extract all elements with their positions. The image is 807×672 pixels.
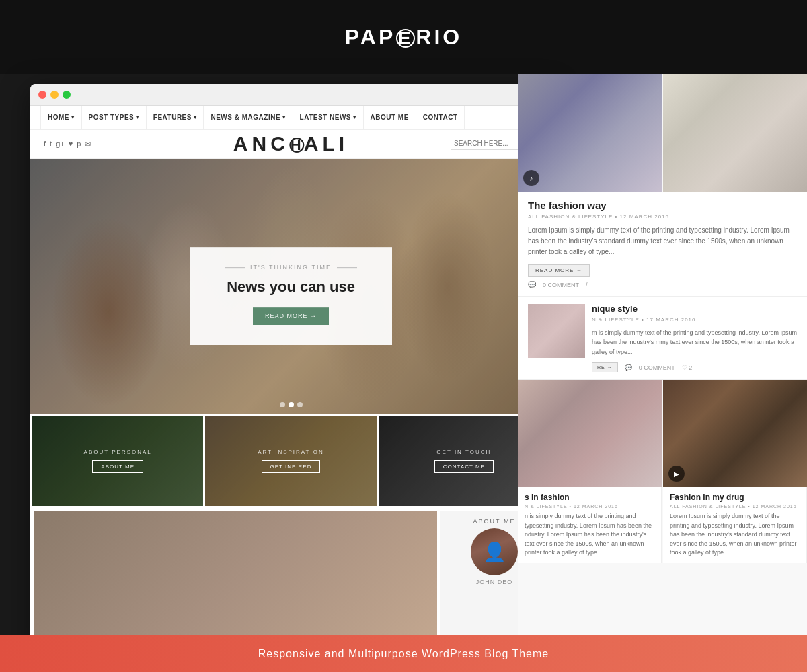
- side-read-more[interactable]: RE →: [592, 362, 618, 372]
- side-article-text: m is simply dummy text of the printing a…: [592, 328, 797, 357]
- nav-news-magazine[interactable]: NEWS & MAGAZINE ▾: [204, 106, 293, 130]
- box-overlay-1: ABOUT PERSONAL ABOUT ME: [32, 416, 203, 506]
- nav-post-types-arrow: ▾: [136, 114, 139, 120]
- slider-dot-2[interactable]: [289, 402, 294, 407]
- nav-news-arrow: ▾: [282, 114, 286, 120]
- nav-home[interactable]: HOME ▾: [40, 106, 82, 130]
- footer-text: Responsive and Multipurpose WordPress Bl…: [258, 648, 549, 660]
- nav-about-me[interactable]: ABOUT ME: [364, 106, 416, 130]
- main-content: HOME ▾ POST TYPES ▾ FEATURES ▾ NEWS & MA…: [0, 74, 807, 672]
- article-title-1: The fashion way: [528, 200, 797, 211]
- side-article-unique-style: nique style N & LIFESTYLE • 17 MARCH 201…: [518, 297, 807, 380]
- box-label-2: ART INSPIRATION: [258, 449, 323, 455]
- three-boxes: ABOUT PERSONAL ABOUT ME ART INSPIRATION …: [30, 414, 551, 508]
- top-right-img-2: [663, 74, 807, 192]
- nav-features[interactable]: FEATURES ▾: [147, 106, 204, 130]
- slider-dot-3[interactable]: [297, 402, 303, 407]
- side-article-footer: RE → 💬 0 COMMENT ♡ 2: [592, 362, 797, 372]
- likes-1: /: [586, 282, 588, 288]
- social-google[interactable]: g+: [56, 140, 65, 149]
- article-image: [34, 511, 437, 648]
- bottom-right-img-2: ▶: [663, 380, 807, 487]
- small-article-drug: Fashion in my drug ALL FASHION & LIFESTY…: [663, 487, 807, 563]
- article-read-more-1[interactable]: READ MORE →: [528, 264, 590, 277]
- nav-home-arrow: ▾: [71, 114, 75, 120]
- small-article-meta-1: N & LIFESTYLE • 12 MARCH 2016: [525, 504, 654, 509]
- top-right-img-1: ♪: [518, 74, 662, 192]
- social-pinterest[interactable]: p: [77, 140, 81, 149]
- side-likes: ♡ 2: [682, 364, 693, 371]
- top-bar: PAPERIO: [0, 0, 807, 74]
- about-avatar: 👤: [471, 528, 518, 575]
- slider-dot-1[interactable]: [280, 402, 285, 407]
- site-header: f t g+ ♥ p ✉ ANCHALI 🔍: [30, 130, 551, 159]
- top-right-images: ♪: [518, 74, 807, 192]
- side-article-image: [528, 304, 585, 358]
- article-footer-1: 💬 0 COMMENT /: [528, 281, 797, 288]
- nav-contact[interactable]: CONTACT: [416, 106, 465, 130]
- small-article-text-1: n is simply dummy text of the printing a…: [525, 512, 654, 558]
- article-text-1: Lorem Ipsum is simply dummy text of the …: [528, 225, 797, 257]
- footer-bar: Responsive and Multipurpose WordPress Bl…: [0, 635, 807, 672]
- site-title: ANCHALI: [233, 132, 348, 155]
- search-input[interactable]: [451, 138, 525, 150]
- bottom-article: [34, 511, 437, 648]
- box-art-inspiration[interactable]: ART INSPIRATION GET INPIRED: [205, 416, 376, 506]
- nav-latest-news[interactable]: LATEST NEWS ▾: [293, 106, 364, 130]
- about-me-title: ABOUT ME: [473, 518, 516, 525]
- right-panel: ♪ The fashion way ALL FASHION & LIFESTYL…: [518, 74, 807, 638]
- box-btn-3[interactable]: CONTACT ME: [434, 460, 494, 473]
- hero-read-more-button[interactable]: READ MORE →: [253, 307, 329, 325]
- box-overlay-2: ART INSPIRATION GET INPIRED: [205, 416, 376, 506]
- browser-titlebar: [30, 84, 551, 106]
- comment-icon-1: 💬: [528, 281, 536, 288]
- play-icon: ▶: [668, 466, 685, 482]
- small-article-title-1: s in fashion: [525, 493, 654, 502]
- side-article-content: nique style N & LIFESTYLE • 17 MARCH 201…: [592, 304, 797, 372]
- img-bg-bike: [663, 74, 807, 192]
- hero-content-box: IT'S THINKING TIME News you can use READ…: [190, 247, 392, 345]
- hero-title: News you can use: [217, 278, 365, 297]
- bottom-right-images: ▶: [518, 380, 807, 487]
- side-comments: 0 COMMENT: [639, 364, 675, 371]
- browser-dot-yellow[interactable]: [50, 91, 59, 99]
- nav-post-types[interactable]: POST TYPES ▾: [82, 106, 147, 130]
- img-bg-shoes: [663, 380, 807, 487]
- bottom-right-img-1: [518, 380, 662, 487]
- social-mail[interactable]: ✉: [85, 140, 91, 149]
- browser-dot-red[interactable]: [38, 91, 46, 99]
- img-bg-flowers: [518, 74, 662, 192]
- small-article-title-2: Fashion in my drug: [670, 493, 800, 502]
- bottom-right-articles: s in fashion N & LIFESTYLE • 12 MARCH 20…: [518, 487, 807, 563]
- author-name: JOHN DEO: [476, 579, 513, 585]
- side-img-bg: [528, 304, 585, 358]
- box-btn-1[interactable]: ABOUT ME: [92, 460, 143, 473]
- logo-circle: E: [396, 29, 415, 48]
- box-about-personal[interactable]: ABOUT PERSONAL ABOUT ME: [32, 416, 203, 506]
- side-article-title: nique style: [592, 304, 797, 314]
- img-bg-girl: [518, 380, 662, 487]
- comment-count-1: 0 COMMENT: [543, 282, 579, 288]
- box-label-1: ABOUT PERSONAL: [84, 449, 152, 455]
- nav-latest-arrow: ▾: [353, 114, 356, 120]
- small-article-meta-2: ALL FASHION & LIFESTYLE • 12 MARCH 2016: [670, 504, 800, 509]
- small-article-text-2: Lorem Ipsum is simply dummy text of the …: [670, 512, 800, 558]
- avatar-inner: 👤: [471, 528, 518, 575]
- social-twitter[interactable]: t: [50, 140, 52, 149]
- hero-subtitle: IT'S THINKING TIME: [217, 264, 365, 271]
- browser-dot-green[interactable]: [63, 91, 71, 99]
- box-btn-2[interactable]: GET INPIRED: [262, 460, 321, 473]
- social-heart[interactable]: ♥: [69, 140, 73, 149]
- logo: PAPERIO: [345, 25, 462, 50]
- bottom-section: ABOUT ME 👤 JOHN DEO: [30, 508, 551, 648]
- social-icons: f t g+ ♥ p ✉: [44, 140, 91, 149]
- nav-bar: HOME ▾ POST TYPES ▾ FEATURES ▾ NEWS & MA…: [30, 106, 551, 130]
- social-facebook[interactable]: f: [44, 140, 46, 149]
- box-label-3: GET IN TOUCH: [436, 449, 491, 455]
- hero-slider: IT'S THINKING TIME News you can use READ…: [30, 159, 551, 414]
- small-article-fashion: s in fashion N & LIFESTYLE • 12 MARCH 20…: [518, 487, 662, 563]
- article-card-fashion-way: The fashion way ALL FASHION & LIFESTYLE …: [518, 192, 807, 297]
- nav-features-arrow: ▾: [194, 114, 197, 120]
- article-meta-1: ALL FASHION & LIFESTYLE • 12 MARCH 2016: [528, 214, 797, 220]
- browser-window: HOME ▾ POST TYPES ▾ FEATURES ▾ NEWS & MA…: [30, 84, 551, 648]
